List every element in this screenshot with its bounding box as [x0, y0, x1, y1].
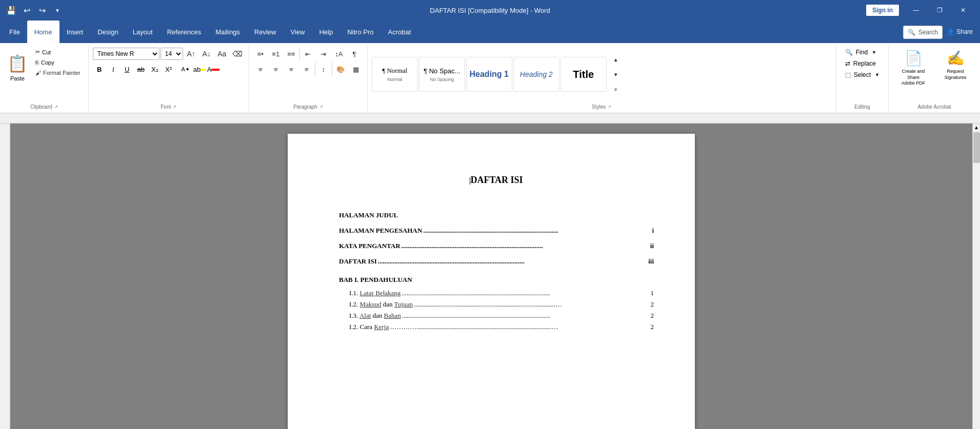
- styles-content: ¶ Normal Normal ¶ No Spac... No Spacing …: [372, 47, 832, 101]
- share-button[interactable]: 👤 Share: [947, 28, 973, 35]
- sort-button[interactable]: ↕A: [332, 47, 346, 60]
- style-heading1[interactable]: Heading 1: [466, 57, 512, 92]
- bold-button[interactable]: B: [93, 63, 106, 76]
- subscript-button[interactable]: X₂: [148, 63, 162, 76]
- line-spacing-button[interactable]: ↕: [316, 63, 331, 76]
- create-share-pdf-button[interactable]: 📄 Create and ShareAdobe PDF: [893, 47, 934, 89]
- copy-button[interactable]: ⎘ Copy: [32, 58, 84, 67]
- clipboard-label: Clipboard ↗: [4, 101, 84, 111]
- select-button[interactable]: ⬚ Select ▼: [841, 70, 884, 80]
- request-signatures-button[interactable]: ✍ RequestSignatures: [935, 47, 976, 83]
- shading-button[interactable]: 🎨: [333, 63, 348, 76]
- align-center-button[interactable]: ≡: [269, 63, 283, 76]
- replace-icon: ⇄: [845, 60, 850, 67]
- menu-view[interactable]: View: [283, 21, 312, 43]
- toc-entry-daftar-isi: DAFTAR ISI .............................…: [339, 257, 654, 265]
- format-painter-button[interactable]: 🖌 Format Painter: [32, 68, 84, 77]
- restore-button[interactable]: ❐: [928, 3, 951, 18]
- divider: [332, 63, 332, 76]
- signatures-icon: ✍: [947, 50, 965, 67]
- document-page[interactable]: DAFTAR ISI HALAMAN JUDUL HALAMAN PENGESA…: [288, 134, 695, 429]
- paste-button[interactable]: 📋 Paste: [4, 47, 31, 88]
- font-color-indicator: [211, 69, 219, 71]
- close-button[interactable]: ✕: [951, 3, 975, 18]
- font-shrink-button[interactable]: A↓: [199, 47, 214, 60]
- bab1-item-4: I.2. Cara Kerja …………....................…: [339, 323, 654, 331]
- editing-label: Editing: [841, 101, 884, 111]
- find-button[interactable]: 🔍 Find ▼: [841, 47, 881, 57]
- superscript-button[interactable]: X²: [162, 63, 175, 76]
- highlight-color-button[interactable]: ab: [193, 63, 206, 76]
- replace-button[interactable]: ⇄ Replace: [841, 58, 881, 69]
- styles-scroll-down[interactable]: ▼: [609, 69, 623, 80]
- menu-help[interactable]: Help: [312, 21, 340, 43]
- highlight-indicator: [201, 69, 206, 71]
- text-effects-button[interactable]: A✦: [179, 63, 192, 76]
- clear-format-button[interactable]: ⌫: [230, 47, 245, 60]
- cut-button[interactable]: ✂ Cut: [32, 47, 84, 57]
- borders-button[interactable]: ▦: [349, 63, 363, 76]
- menu-review[interactable]: Review: [247, 21, 284, 43]
- paragraph-content: ≡• ≡1 ≡≡ ⇤ ⇥ ↕A ¶ ≡ ≡ ≡ ≡ ↕ 🎨 ▦: [253, 47, 363, 101]
- undo-icon[interactable]: ↩: [21, 4, 33, 16]
- scrollbar-thumb[interactable]: [973, 132, 980, 163]
- strikethrough-button[interactable]: ab: [134, 63, 148, 76]
- font-label: Font ↗: [93, 101, 245, 111]
- divider: [315, 63, 315, 76]
- menu-mailings[interactable]: Mailings: [208, 21, 247, 43]
- italic-button[interactable]: I: [107, 63, 120, 76]
- style-heading2[interactable]: Heading 2: [513, 57, 559, 92]
- editing-content: 🔍 Find ▼ ⇄ Replace ⬚ Select ▼: [841, 47, 884, 101]
- search-box[interactable]: 🔍 Search: [903, 26, 943, 39]
- font-grow-button[interactable]: A↑: [184, 47, 198, 60]
- scroll-up-arrow[interactable]: ▲: [973, 124, 980, 131]
- menu-references[interactable]: References: [160, 21, 208, 43]
- show-hide-button[interactable]: ¶: [347, 47, 362, 60]
- paragraph-expand-icon[interactable]: ↗: [319, 105, 323, 109]
- font-size-select[interactable]: 14: [161, 48, 183, 60]
- save-icon[interactable]: 💾: [5, 4, 17, 16]
- styles-gallery: ¶ Normal Normal ¶ No Spac... No Spacing …: [372, 57, 607, 92]
- menu-acrobat[interactable]: Acrobat: [381, 21, 418, 43]
- style-title-preview: Title: [573, 69, 594, 80]
- signin-button[interactable]: Sign in: [866, 5, 899, 16]
- bab1-item-1: I.1. Latar Belakang ....................…: [339, 289, 654, 297]
- style-title[interactable]: Title: [561, 57, 607, 92]
- style-no-spacing[interactable]: ¶ No Spac... No Spacing: [419, 57, 465, 92]
- font-expand-icon[interactable]: ↗: [173, 105, 176, 109]
- menu-insert[interactable]: Insert: [59, 21, 91, 43]
- customize-icon[interactable]: ▼: [51, 4, 64, 16]
- acrobat-content: 📄 Create and ShareAdobe PDF ✍ RequestSig…: [893, 47, 976, 101]
- menu-layout[interactable]: Layout: [126, 21, 160, 43]
- menu-design[interactable]: Design: [90, 21, 125, 43]
- styles-expand-icon[interactable]: ↗: [608, 105, 611, 109]
- menu-home[interactable]: Home: [27, 21, 59, 43]
- menu-file[interactable]: File: [2, 21, 27, 43]
- document-title[interactable]: DAFTAR ISI: [339, 175, 654, 186]
- redo-icon[interactable]: ↪: [36, 4, 48, 16]
- style-normal[interactable]: ¶ Normal Normal: [372, 57, 418, 92]
- font-color-button[interactable]: A: [207, 63, 220, 76]
- vertical-scrollbar[interactable]: ▲: [972, 124, 980, 429]
- underline-button[interactable]: U: [121, 63, 134, 76]
- page-area[interactable]: DAFTAR ISI HALAMAN JUDUL HALAMAN PENGESA…: [10, 124, 972, 429]
- multilevel-button[interactable]: ≡≡: [284, 47, 298, 60]
- bullets-button[interactable]: ≡•: [253, 47, 268, 60]
- decrease-indent-button[interactable]: ⇤: [301, 47, 315, 60]
- styles-more-button[interactable]: ≡: [609, 84, 623, 95]
- style-heading1-preview: Heading 1: [470, 70, 509, 79]
- styles-scroll-up[interactable]: ▲: [609, 54, 623, 65]
- font-name-select[interactable]: Times New R: [93, 48, 159, 60]
- menu-nitro[interactable]: Nitro Pro: [340, 21, 381, 43]
- justify-button[interactable]: ≡: [299, 63, 314, 76]
- numbering-button[interactable]: ≡1: [269, 47, 283, 60]
- change-case-button[interactable]: Aa: [215, 47, 229, 60]
- align-left-button[interactable]: ≡: [253, 63, 268, 76]
- minimize-button[interactable]: —: [904, 3, 928, 18]
- doc-scroll-area: DAFTAR ISI HALAMAN JUDUL HALAMAN PENGESA…: [0, 124, 980, 429]
- find-icon: 🔍: [845, 49, 853, 56]
- clipboard-expand-icon[interactable]: ↗: [54, 105, 58, 109]
- increase-indent-button[interactable]: ⇥: [316, 47, 331, 60]
- ribbon: 📋 Paste ✂ Cut ⎘ Copy 🖌 Format Painter C: [0, 43, 980, 113]
- align-right-button[interactable]: ≡: [284, 63, 298, 76]
